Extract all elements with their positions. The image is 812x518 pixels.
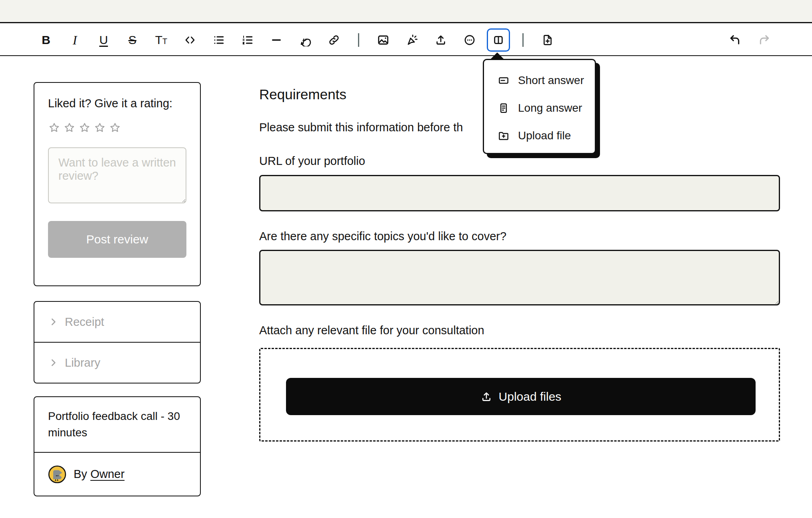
upload-files-label: Upload files xyxy=(499,390,562,404)
upload-file-icon xyxy=(498,130,510,142)
text-size-icon: TT xyxy=(155,34,168,46)
bold-icon: B xyxy=(42,34,50,46)
accordion-card: Receipt Library xyxy=(34,301,201,383)
rating-card: Liked it? Give it a rating: Post review xyxy=(34,82,201,286)
post-review-button[interactable]: Post review xyxy=(48,221,186,258)
star-icon[interactable] xyxy=(109,122,121,135)
service-title: Portfolio feedback call - 30 minutes xyxy=(48,408,186,441)
upload-icon xyxy=(480,391,492,403)
file-drop-zone[interactable]: Upload files xyxy=(259,348,780,442)
bulleted-list-icon xyxy=(212,34,225,46)
requirements-heading: Requirements xyxy=(259,86,346,102)
star-icon[interactable] xyxy=(94,122,106,135)
menu-item-upload-file[interactable]: Upload file xyxy=(484,122,595,149)
url-input[interactable] xyxy=(259,175,780,211)
review-textarea[interactable] xyxy=(48,147,186,203)
numbered-list-button[interactable] xyxy=(239,30,256,50)
underline-icon: U xyxy=(99,34,108,46)
code-button[interactable] xyxy=(181,30,199,50)
intro-text: Please submit this information before th xyxy=(259,121,463,134)
star-icon[interactable] xyxy=(63,122,76,135)
menu-item-label: Long answer xyxy=(518,102,582,114)
rating-card-title: Liked it? Give it a rating: xyxy=(48,94,186,113)
service-byline: By Owner xyxy=(34,452,200,496)
numbered-list-icon xyxy=(241,34,254,46)
bold-button[interactable]: B xyxy=(37,30,55,50)
short-answer-icon xyxy=(498,74,510,86)
menu-item-long-answer[interactable]: Long answer xyxy=(484,94,595,122)
library-section-toggle[interactable]: Library xyxy=(34,342,200,383)
url-field-label: URL of your portfolio xyxy=(259,155,365,168)
receipt-section-toggle[interactable]: Receipt xyxy=(34,302,200,342)
long-answer-icon xyxy=(498,102,510,114)
topics-field-label: Are there any specific topics you'd like… xyxy=(259,230,506,243)
star-rating xyxy=(48,122,186,135)
section-label: Receipt xyxy=(65,315,104,329)
topics-textarea[interactable] xyxy=(259,250,780,305)
strikethrough-icon: S xyxy=(128,34,136,46)
owner-avatar xyxy=(48,465,66,484)
code-icon xyxy=(184,34,196,46)
upload-files-button[interactable]: Upload files xyxy=(286,378,756,415)
menu-item-short-answer[interactable]: Short answer xyxy=(484,66,595,94)
italic-icon: I xyxy=(73,34,77,46)
owner-link[interactable]: Owner xyxy=(90,468,124,480)
star-icon[interactable] xyxy=(48,122,60,135)
star-icon[interactable] xyxy=(78,122,91,135)
field-type-dropdown: Short answer Long answer Upload file xyxy=(483,59,596,154)
section-label: Library xyxy=(65,356,100,369)
italic-button[interactable]: I xyxy=(66,30,84,50)
text-size-button[interactable]: TT xyxy=(152,30,170,50)
dropdown-arrow-icon xyxy=(490,52,505,60)
file-field-label: Attach any relevant file for your consul… xyxy=(259,324,484,337)
chevron-right-icon xyxy=(48,317,58,327)
menu-item-label: Upload file xyxy=(518,129,571,142)
menu-item-label: Short answer xyxy=(518,74,584,87)
bulleted-list-button[interactable] xyxy=(210,30,228,50)
service-card: Portfolio feedback call - 30 minutes By … xyxy=(34,396,201,496)
strikethrough-button[interactable]: S xyxy=(124,30,141,50)
underline-button[interactable]: U xyxy=(95,30,112,50)
chevron-right-icon xyxy=(48,357,58,368)
byline-text: By Owner xyxy=(74,468,124,481)
